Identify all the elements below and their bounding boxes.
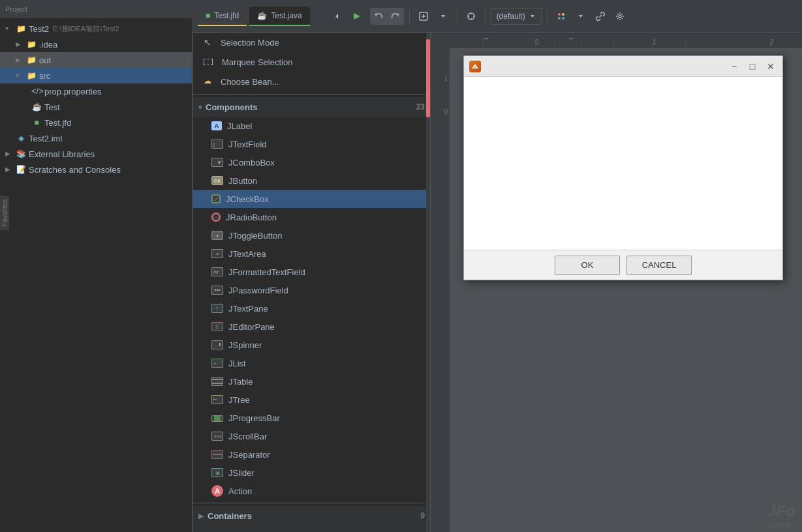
toolbar-sep3 xyxy=(485,10,486,23)
palette-item-jbutton[interactable]: OK JButton xyxy=(193,171,430,190)
dropdown-color-btn[interactable] xyxy=(572,8,589,25)
jscrollbar-label: JScrollBar xyxy=(228,432,267,441)
selection-mode-item[interactable]: ↖ Selection Mode xyxy=(193,33,430,52)
palette-item-jpassword[interactable]: ••• JPasswordField xyxy=(193,281,430,299)
dialog-ok-button[interactable]: OK xyxy=(555,256,620,275)
tree-item-src[interactable]: ▾ 📁 src xyxy=(0,68,192,83)
palette-item-jeditorpane[interactable]: E JEditorPane xyxy=(193,318,430,336)
design-canvas[interactable]: − □ ✕ OK CANCEL xyxy=(450,49,802,532)
jpassword-label: JPasswordField xyxy=(228,286,288,295)
palette-item-jlabel[interactable]: A JLabel xyxy=(193,117,430,135)
components-count: 23 xyxy=(416,102,425,111)
dropdown-arrow-btn[interactable] xyxy=(435,8,452,25)
palette-item-jslider[interactable]: ◉ JSlider xyxy=(193,464,430,482)
dialog-close-btn[interactable]: ✕ xyxy=(764,60,777,73)
svg-point-4 xyxy=(558,17,561,20)
palette-item-jradiobutton[interactable]: JRadioButton xyxy=(193,208,430,226)
tree-item-test[interactable]: ☕ Test xyxy=(0,99,192,115)
back-btn[interactable] xyxy=(328,8,345,25)
color-btn[interactable] xyxy=(553,8,570,25)
tree-item-iml[interactable]: ◈ Test2.iml xyxy=(0,130,192,146)
side-tab-favorites[interactable]: Favorites xyxy=(0,196,9,230)
ruler-left: ↕ 0 xyxy=(431,49,450,532)
components-arrow: ▾ xyxy=(198,104,202,111)
palette-item-jseparator[interactable]: JSeparator xyxy=(193,445,430,464)
tree-item-props[interactable]: </> prop.properties xyxy=(0,83,192,99)
dialog-window: − □ ✕ OK CANCEL xyxy=(463,55,783,280)
ruler-top: 0 1 2 ↔ ↔ xyxy=(450,33,802,49)
tree-item-out[interactable]: ▶ 📁 out xyxy=(0,52,192,68)
palette-item-jtextfield[interactable]: | JTextField xyxy=(193,135,430,153)
settings-btn[interactable] xyxy=(611,8,628,25)
jtextarea-label: JTextArea xyxy=(228,249,266,259)
marquee-mode-item[interactable]: Marquee Selection xyxy=(193,52,430,72)
tree-label-scratches: Scratches and Consoles xyxy=(29,165,121,175)
link-btn[interactable] xyxy=(592,8,609,25)
jtextpane-label: JTextPane xyxy=(228,304,268,314)
jtextarea-icon: ≡ xyxy=(211,249,223,258)
tree-item-testjfd[interactable]: ■ Test.jfd xyxy=(0,115,192,130)
palette-item-jformatted[interactable]: ## JFormattedTextField xyxy=(193,263,430,281)
components-section-header[interactable]: ▾ Components 23 xyxy=(193,97,430,117)
jtable-icon xyxy=(211,377,223,386)
dialog-minimize-btn[interactable]: − xyxy=(728,60,741,73)
jeditorpane-label: JEditorPane xyxy=(228,322,275,332)
palette-item-jprogressbar[interactable]: JProgressBar xyxy=(193,409,430,427)
folder-icon-extlibs: 📚 xyxy=(16,149,26,159)
tree-item-idea[interactable]: ▶ 📁 .idea xyxy=(0,37,192,52)
palette-item-jspinner[interactable]: ⬍ JSpinner xyxy=(193,336,430,354)
dialog-restore-btn[interactable]: □ xyxy=(746,60,759,73)
jseparator-label: JSeparator xyxy=(228,450,270,460)
tree-item-test2[interactable]: ▾ 📁 Test2 E:\预IDEA项目\Test2 xyxy=(0,21,192,37)
palette-item-jscrollbar[interactable]: ⟺ JScrollBar xyxy=(193,427,430,445)
action-icon: A xyxy=(211,485,223,497)
palette-item-jtogglebutton[interactable]: ▪ JToggleButton xyxy=(193,226,430,244)
jtextfield-icon: | xyxy=(211,140,223,149)
palette-item-jtree[interactable]: ⊢ JTree xyxy=(193,391,430,409)
tree-label-test2: Test2 xyxy=(29,24,49,34)
palette-item-jtextpane[interactable]: T JTextPane xyxy=(193,299,430,318)
tab-testjfd[interactable]: ■ Test.jfd xyxy=(198,7,247,26)
windows-section-header[interactable]: ▶ Windows 6 xyxy=(193,525,430,532)
tree-label-out: out xyxy=(39,55,51,65)
palette-sep1 xyxy=(193,94,430,95)
palette-item-jcheckbox[interactable]: ✓ JCheckBox xyxy=(193,190,430,208)
palette-item-action[interactable]: A Action xyxy=(193,482,430,500)
palette-item-jtable[interactable]: JTable xyxy=(193,372,430,391)
sync-btn[interactable] xyxy=(463,8,480,25)
toolbar-sep2 xyxy=(457,10,457,23)
svg-point-3 xyxy=(562,13,564,16)
tab-testjava[interactable]: ☕ Test.java xyxy=(249,7,309,26)
tree-arrow-out: ▶ xyxy=(16,56,23,64)
containers-section-header[interactable]: ▶ Containers 9 xyxy=(193,506,430,525)
run-btn[interactable] xyxy=(348,8,365,25)
tree-item-scratches[interactable]: ▶ 📝 Scratches and Consoles xyxy=(0,162,192,177)
tree-item-extlibs[interactable]: ▶ 📚 External Libraries xyxy=(0,146,192,162)
choose-bean-item[interactable]: ☁ Choose Bean... xyxy=(193,72,430,91)
ruler-left-zero: 0 xyxy=(444,108,448,115)
jtable-label: JTable xyxy=(228,377,253,387)
sidebar-toolbar-label: Project xyxy=(5,5,27,13)
tree-arrow-idea: ▶ xyxy=(16,40,23,48)
redo-btn[interactable] xyxy=(387,8,404,25)
dialog-titlebar: − □ ✕ xyxy=(464,56,782,77)
palette-item-jcombobox[interactable]: ▼ JComboBox xyxy=(193,153,430,171)
marquee-mode-icon xyxy=(204,59,213,65)
palette-item-jtextarea[interactable]: ≡ JTextArea xyxy=(193,244,430,263)
palette-scrollbar-thumb[interactable] xyxy=(426,39,430,117)
jslider-icon: ◉ xyxy=(211,468,223,477)
tree-arrow-test2: ▾ xyxy=(5,25,13,33)
dialog-cancel-button[interactable]: CANCEL xyxy=(626,256,692,275)
tree-label-idea: .idea xyxy=(39,40,57,50)
main-toolbar: ■ Test.jfd ☕ Test.java (default) xyxy=(193,0,802,33)
jpassword-icon: ••• xyxy=(211,286,223,295)
undo-btn[interactable] xyxy=(370,8,387,25)
palette-scrollbar[interactable] xyxy=(426,33,430,532)
compile-btn[interactable] xyxy=(415,8,432,25)
tab-label-testjfd: Test.jfd xyxy=(214,11,239,20)
choose-bean-label: Choose Bean... xyxy=(221,77,279,87)
selection-mode-label: Selection Mode xyxy=(221,38,279,48)
profile-dropdown[interactable]: (default) xyxy=(491,8,542,25)
watermark-text: JFo xyxy=(767,502,795,520)
palette-item-jlist[interactable]: ≡ JList xyxy=(193,354,430,372)
